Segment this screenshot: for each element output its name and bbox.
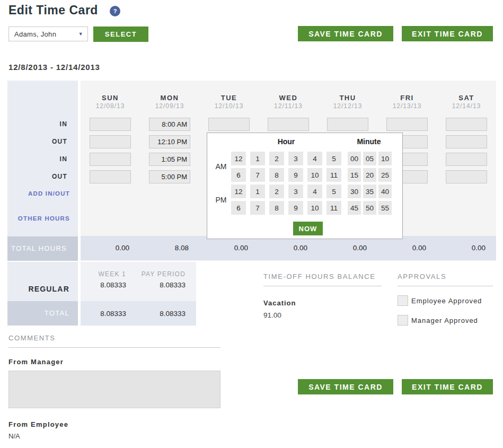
punch-input[interactable] (327, 118, 368, 131)
punch-input[interactable] (149, 153, 190, 166)
regular-week1-value: 8.08333 (84, 281, 126, 289)
pay-period-range: 12/8/2013 - 12/14/2013 (8, 63, 100, 72)
day-total-hours: 0.00 (81, 236, 140, 260)
manager-approved-checkbox[interactable] (398, 315, 408, 326)
hour-button[interactable]: 9 (288, 201, 303, 215)
hour-button[interactable]: 1 (250, 152, 265, 165)
minute-grid: 000510152025303540455055 (348, 152, 392, 215)
minute-button[interactable]: 35 (363, 185, 376, 198)
chevron-down-icon: ▼ (78, 31, 83, 37)
hour-button[interactable]: 7 (250, 201, 265, 215)
punch-input[interactable] (90, 153, 131, 166)
hour-button[interactable]: 6 (231, 168, 246, 182)
punch-input[interactable] (446, 118, 487, 131)
hour-button[interactable]: 8 (269, 201, 284, 215)
hour-heading: Hour (231, 137, 341, 146)
minute-button[interactable]: 10 (378, 152, 392, 165)
employee-select-value: Adams, John (14, 30, 56, 38)
hour-button[interactable]: 4 (307, 185, 322, 198)
punch-input[interactable] (446, 170, 487, 183)
manager-comment-textarea[interactable] (8, 371, 220, 408)
week1-column-header: WEEK 1 (84, 270, 126, 278)
minute-button[interactable]: 00 (348, 152, 361, 165)
hour-button[interactable]: 11 (326, 201, 341, 215)
punch-cell (140, 170, 199, 188)
other-hours-link[interactable]: OTHER HOURS (18, 215, 70, 222)
hour-button[interactable]: 6 (231, 201, 246, 215)
punch-row-label: IN (7, 153, 78, 170)
punch-cell (437, 170, 496, 188)
hour-button[interactable]: 10 (307, 168, 322, 182)
employee-approved-row[interactable]: Employee Approved (398, 295, 493, 306)
manager-approved-label: Manager Approved (411, 317, 478, 324)
hour-button[interactable]: 12 (231, 152, 246, 165)
punch-input[interactable] (149, 118, 190, 131)
hour-button[interactable]: 3 (288, 185, 303, 198)
punch-input[interactable] (386, 118, 428, 131)
hour-button[interactable]: 1 (250, 185, 265, 198)
summary-label-column: REGULAR TOTAL (7, 262, 78, 326)
hour-button[interactable]: 5 (326, 152, 341, 165)
punch-input[interactable] (149, 170, 190, 183)
punch-input[interactable] (90, 170, 131, 183)
hour-button[interactable]: 4 (307, 152, 322, 165)
punch-input[interactable] (90, 135, 131, 148)
employee-select[interactable]: Adams, John ▼ (8, 27, 88, 41)
save-time-card-button-top[interactable]: SAVE TIME CARD (298, 26, 393, 41)
exit-time-card-button-bottom[interactable]: EXIT TIME CARD (402, 379, 493, 394)
hour-button[interactable]: 9 (288, 168, 303, 182)
punch-input[interactable] (268, 118, 309, 131)
punch-cell (81, 135, 140, 153)
hour-button[interactable]: 7 (250, 168, 265, 182)
punch-row-label: OUT (7, 170, 78, 188)
hour-button[interactable]: 2 (269, 185, 284, 198)
minute-button[interactable]: 25 (378, 168, 392, 182)
help-icon[interactable]: ? (110, 6, 120, 16)
punch-input[interactable] (149, 135, 190, 148)
select-button[interactable]: SELECT (93, 27, 148, 42)
day-total-hours: 0.00 (318, 236, 377, 260)
punch-cell (140, 118, 199, 135)
now-button[interactable]: NOW (293, 222, 323, 235)
edit-time-card-page: Edit Time Card ? Adams, John ▼ SELECT SA… (0, 0, 503, 448)
minute-button[interactable]: 50 (363, 201, 376, 215)
pay-period-column-header: PAY PERIOD (126, 270, 186, 278)
hour-grid: 121234567891011121234567891011 (231, 152, 341, 215)
minute-button[interactable]: 45 (348, 201, 361, 215)
punch-input[interactable] (208, 118, 250, 131)
minute-button[interactable]: 55 (378, 201, 392, 215)
day-name: SAT (437, 94, 496, 102)
manager-approved-row[interactable]: Manager Approved (398, 315, 493, 326)
minute-button[interactable]: 15 (348, 168, 361, 182)
comments-section: COMMENTS From Manager (8, 334, 220, 410)
hour-button[interactable]: 3 (288, 152, 303, 165)
hour-button[interactable]: 10 (307, 201, 322, 215)
employee-approved-checkbox[interactable] (398, 295, 408, 306)
minute-button[interactable]: 40 (378, 185, 392, 198)
punch-input[interactable] (90, 118, 131, 131)
save-time-card-button-bottom[interactable]: SAVE TIME CARD (298, 379, 393, 394)
day-column-sat: SAT12/14/130.00 (437, 81, 496, 261)
punch-row-label: OUT (7, 135, 78, 153)
punch-input[interactable] (446, 135, 487, 148)
minute-button[interactable]: 30 (348, 185, 361, 198)
time-off-balance-section: TIME-OFF HOURS BALANCE Vacation 91.00 (263, 273, 382, 319)
hour-button[interactable]: 5 (326, 185, 341, 198)
day-date: 12/13/13 (377, 102, 437, 110)
hour-button[interactable]: 2 (269, 152, 284, 165)
day-date: 12/12/13 (318, 102, 377, 110)
punch-input[interactable] (446, 153, 487, 166)
punch-cell (81, 153, 140, 170)
day-total-hours: 0.00 (437, 236, 496, 260)
punch-cell (140, 135, 199, 153)
minute-button[interactable]: 05 (363, 152, 376, 165)
total-pay-period-value: 8.08333 (126, 310, 186, 318)
hour-button[interactable]: 8 (269, 168, 284, 182)
exit-time-card-button-top[interactable]: EXIT TIME CARD (402, 26, 493, 41)
minute-button[interactable]: 20 (363, 168, 376, 182)
add-in-out-link[interactable]: ADD IN/OUT (28, 190, 70, 197)
hour-button[interactable]: 12 (231, 185, 246, 198)
day-header: TUE12/10/13 (199, 81, 259, 118)
day-name: MON (140, 94, 199, 102)
hour-button[interactable]: 11 (326, 168, 341, 182)
